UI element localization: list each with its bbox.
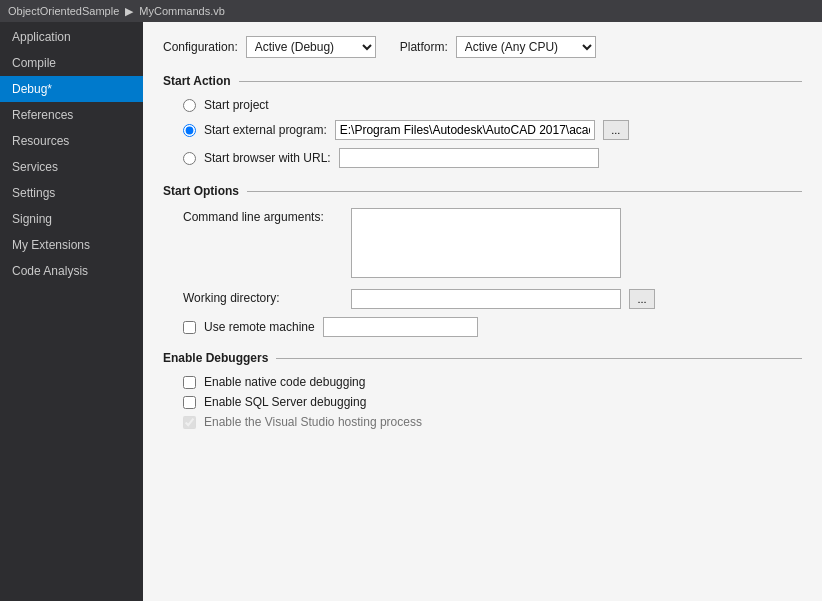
sidebar-item-resources[interactable]: Resources xyxy=(0,128,143,154)
sidebar-item-settings[interactable]: Settings xyxy=(0,180,143,206)
configuration-select[interactable]: Active (Debug) Debug Release All Configu… xyxy=(246,36,376,58)
start-options-section: Start Options Command line arguments: Wo… xyxy=(163,184,802,337)
sidebar-item-debug[interactable]: Debug* xyxy=(0,76,143,102)
sql-debug-label: Enable SQL Server debugging xyxy=(204,395,366,409)
sidebar-item-signing[interactable]: Signing xyxy=(0,206,143,232)
sidebar-item-application[interactable]: Application xyxy=(0,24,143,50)
working-dir-row: Working directory: ... xyxy=(163,289,802,309)
radio-row-start-browser: Start browser with URL: xyxy=(183,148,802,168)
enable-debuggers-section: Enable Debuggers Enable native code debu… xyxy=(163,351,802,429)
sidebar: Application Compile Debug* References Re… xyxy=(0,22,143,601)
remote-machine-row: Use remote machine xyxy=(163,317,802,337)
working-dir-browse-button[interactable]: ... xyxy=(629,289,655,309)
title-separator: ▶ xyxy=(125,5,133,18)
sidebar-item-compile[interactable]: Compile xyxy=(0,50,143,76)
title-left: ObjectOrientedSample xyxy=(8,5,119,17)
start-external-input[interactable]: E:\Program Files\Autodesk\AutoCAD 2017\a… xyxy=(335,120,595,140)
platform-select[interactable]: Active (Any CPU) Any CPU x86 x64 xyxy=(456,36,596,58)
remote-machine-checkbox[interactable] xyxy=(183,321,196,334)
sql-debug-checkbox[interactable] xyxy=(183,396,196,409)
sql-debug-row: Enable SQL Server debugging xyxy=(163,395,802,409)
radio-start-browser[interactable] xyxy=(183,152,196,165)
start-options-header: Start Options xyxy=(163,184,802,198)
configuration-label: Configuration: xyxy=(163,40,238,54)
sidebar-item-code-analysis[interactable]: Code Analysis xyxy=(0,258,143,284)
start-action-section: Start Action Start project Start externa… xyxy=(163,74,802,168)
platform-label: Platform: xyxy=(400,40,448,54)
top-configuration-bar: Configuration: Active (Debug) Debug Rele… xyxy=(163,36,802,58)
working-dir-label: Working directory: xyxy=(183,289,343,305)
cmdline-textarea-wrapper xyxy=(351,208,621,281)
start-action-header: Start Action xyxy=(163,74,802,88)
radio-start-external[interactable] xyxy=(183,124,196,137)
native-debug-row: Enable native code debugging xyxy=(163,375,802,389)
title-right: MyCommands.vb xyxy=(139,5,225,17)
native-debug-checkbox[interactable] xyxy=(183,376,196,389)
radio-start-project-label: Start project xyxy=(204,98,269,112)
working-dir-input[interactable] xyxy=(351,289,621,309)
cmdline-row: Command line arguments: xyxy=(163,208,802,281)
vs-hosting-checkbox xyxy=(183,416,196,429)
start-external-browse-button[interactable]: ... xyxy=(603,120,629,140)
vs-hosting-row: Enable the Visual Studio hosting process xyxy=(163,415,802,429)
start-browser-input[interactable] xyxy=(339,148,599,168)
enable-debuggers-header: Enable Debuggers xyxy=(163,351,802,365)
radio-row-start-project: Start project xyxy=(183,98,802,112)
remote-machine-label: Use remote machine xyxy=(204,320,315,334)
radio-start-browser-label: Start browser with URL: xyxy=(204,151,331,165)
vs-hosting-label: Enable the Visual Studio hosting process xyxy=(204,415,422,429)
cmdline-label: Command line arguments: xyxy=(183,208,343,224)
radio-start-project[interactable] xyxy=(183,99,196,112)
sidebar-item-services[interactable]: Services xyxy=(0,154,143,180)
start-action-radio-group: Start project Start external program: E:… xyxy=(163,98,802,168)
radio-row-start-external: Start external program: E:\Program Files… xyxy=(183,120,802,140)
remote-machine-input[interactable] xyxy=(323,317,478,337)
sidebar-item-my-extensions[interactable]: My Extensions xyxy=(0,232,143,258)
cmdline-textarea[interactable] xyxy=(351,208,621,278)
title-bar: ObjectOrientedSample ▶ MyCommands.vb xyxy=(0,0,822,22)
content-panel: Configuration: Active (Debug) Debug Rele… xyxy=(143,22,822,601)
native-debug-label: Enable native code debugging xyxy=(204,375,365,389)
radio-start-external-label: Start external program: xyxy=(204,123,327,137)
sidebar-item-references[interactable]: References xyxy=(0,102,143,128)
